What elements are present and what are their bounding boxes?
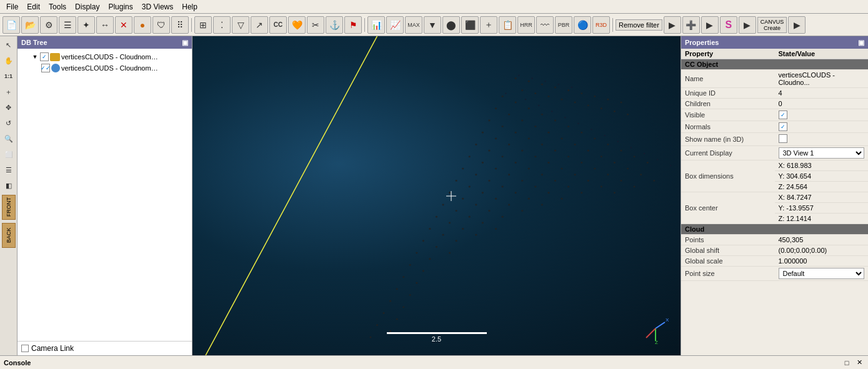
toolbar-hrr[interactable]: HRR — [517, 16, 535, 34]
toolbar-page[interactable]: 📋 — [499, 16, 516, 34]
prop-normals-value[interactable]: ✓ — [775, 121, 869, 133]
normals-checkbox[interactable]: ✓ — [779, 122, 787, 131]
menu-tools[interactable]: Tools — [45, 1, 70, 12]
currentdisplay-select[interactable]: 3D View 1 — [779, 147, 865, 159]
svg-point-58 — [508, 144, 510, 145]
svg-text:Z: Z — [655, 340, 658, 344]
toolbar-flag[interactable]: ⚑ — [344, 16, 362, 34]
toolbar-add-green[interactable]: ➕ — [682, 16, 700, 34]
canvus-btn[interactable]: CANVUSCreate — [757, 17, 787, 33]
toolbar-arrow[interactable]: ↗ — [251, 16, 268, 34]
toolbar-scatter[interactable]: ⁚ — [213, 16, 231, 34]
menubar: File Edit Tools Display Plugins 3D Views… — [0, 0, 868, 14]
row-globalscale: Global scale 1.000000 — [681, 256, 868, 267]
toolbar-settings[interactable]: ⚙ — [40, 16, 57, 34]
toolbar-grid[interactable]: ⊞ — [194, 16, 212, 34]
svg-point-142 — [577, 123, 579, 124]
menu-file[interactable]: File — [2, 1, 22, 12]
prop-showname-value[interactable] — [775, 133, 869, 146]
left-tool-rotate[interactable]: ↺ — [1, 116, 16, 130]
toolbar-anchor[interactable]: ⚓ — [326, 16, 343, 34]
tree-row-root[interactable]: ▼ verticesCLOUDS - Cloudnomesh.pl... — [20, 51, 189, 62]
menu-display[interactable]: Display — [71, 1, 103, 12]
front-label[interactable]: FRONT — [2, 195, 16, 220]
prop-currentdisplay-value[interactable]: 3D View 1 — [775, 146, 869, 160]
toolbar-wave[interactable]: 〰 — [536, 16, 554, 34]
main-layout: ↖ ✋ 1:1 ＋ ✥ ↺ 🔍 ⬜ ☰ ◧ FRONT BACK DB Tree… — [0, 36, 868, 355]
tree-check-root[interactable] — [40, 52, 49, 61]
row-visible: Visible ✓ — [681, 109, 868, 121]
menu-plugins[interactable]: Plugins — [104, 1, 136, 12]
toolbar: 📄 📂 ⚙ ☰ ✦ ↔ ✕ ● 🛡 ⠿ ⊞ ⁚ ▽ ↗ CC 🧡 ✂ ⚓ ⚑ 📊… — [0, 14, 868, 36]
scale-label: 2.5 — [432, 335, 441, 343]
remove-filter-btn[interactable]: Remove filter — [616, 19, 662, 31]
toolbar-filter[interactable]: ▽ — [232, 16, 249, 34]
left-tool-pan[interactable]: ✋ — [1, 53, 16, 68]
console-close[interactable]: ✕ — [854, 358, 864, 368]
toolbar-pbr[interactable]: PBR — [555, 16, 572, 34]
tree-row-child[interactable]: ✓ verticesCLOUDS - Cloudnomes... — [20, 62, 189, 74]
left-tool-box[interactable]: ⬜ — [1, 147, 16, 162]
pointsize-select[interactable]: Default — [779, 268, 865, 279]
toolbar-new[interactable]: 📄 — [2, 16, 20, 34]
left-tool-cursor[interactable]: ↖ — [1, 37, 16, 52]
tree-check-child[interactable]: ✓ — [41, 64, 50, 72]
toolbar-chart2[interactable]: 📈 — [386, 16, 404, 34]
toolbar-ball2[interactable]: 🔵 — [574, 16, 591, 34]
prop-globalshift-label: Global shift — [681, 245, 775, 256]
toolbar-list[interactable]: ☰ — [59, 16, 76, 34]
prop-boxdim-label: Box dimensions — [681, 160, 775, 192]
showname-checkbox[interactable] — [779, 134, 787, 143]
prop-name-label: Name — [681, 70, 775, 88]
toolbar-r3d[interactable]: R3D — [592, 16, 610, 34]
toolbar-max[interactable]: MAX — [405, 16, 422, 34]
toolbar-color[interactable]: ● — [134, 16, 151, 34]
left-tool-move[interactable]: ✥ — [1, 100, 16, 115]
svg-point-114 — [422, 240, 424, 242]
left-tool-ratio[interactable]: 1:1 — [1, 69, 16, 84]
toolbar-shield[interactable]: 🛡 — [152, 16, 170, 34]
toolbar-delete[interactable]: ✕ — [115, 16, 132, 34]
menu-edit[interactable]: Edit — [23, 1, 44, 12]
toolbar-scissors[interactable]: ✂ — [307, 16, 324, 34]
prop-visible-value[interactable]: ✓ — [775, 109, 869, 121]
left-tool-layers[interactable]: ☰ — [1, 162, 16, 177]
svg-point-23 — [554, 120, 556, 122]
prop-pointsize-value[interactable]: Default — [775, 267, 869, 281]
toolbar-open[interactable]: 📂 — [21, 16, 39, 34]
svg-point-109 — [462, 228, 464, 230]
toolbar-arrow-right4[interactable]: ▶ — [788, 16, 806, 34]
left-tool-zoom[interactable]: 🔍 — [1, 131, 16, 146]
left-tool-cube[interactable]: ◧ — [1, 178, 16, 193]
svg-point-62 — [561, 168, 562, 170]
toolbar-dots[interactable]: ⠿ — [171, 16, 189, 34]
toolbar-funnel[interactable]: ▼ — [424, 16, 441, 34]
toolbar-arrow-right2[interactable]: ▶ — [701, 16, 719, 34]
toolbar-ball[interactable]: 🧡 — [288, 16, 306, 34]
properties-maximize[interactable]: ▣ — [858, 39, 864, 47]
tree-toggle-expand[interactable]: ▼ — [31, 53, 39, 61]
toolbar-arrow-right3[interactable]: ▶ — [739, 16, 756, 34]
dbtree-maximize[interactable]: ▣ — [182, 39, 188, 47]
visible-checkbox[interactable]: ✓ — [779, 111, 787, 119]
toolbar-sphere[interactable]: ⬤ — [442, 16, 460, 34]
toolbar-select[interactable]: ✦ — [77, 16, 95, 34]
toolbar-cc[interactable]: CC — [269, 16, 287, 34]
toolbar-arrow-right[interactable]: ▶ — [664, 16, 681, 34]
left-tool-plus[interactable]: ＋ — [1, 84, 16, 99]
dbtree-footer: Camera Link — [17, 341, 192, 355]
back-label[interactable]: BACK — [2, 223, 16, 248]
toolbar-plus[interactable]: ＋ — [480, 16, 497, 34]
toolbar-s[interactable]: S — [720, 16, 737, 34]
viewport[interactable]: 2.5 X Z — [192, 36, 681, 355]
svg-point-42 — [640, 174, 642, 175]
prop-boxdim-z-val: Z: 24.564 — [775, 182, 869, 192]
menu-3dviews[interactable]: 3D Views — [138, 1, 177, 12]
menu-help[interactable]: Help — [178, 1, 201, 12]
toolbar-chart[interactable]: 📊 — [367, 16, 385, 34]
console-restore[interactable]: □ — [842, 358, 852, 368]
svg-point-124 — [409, 294, 411, 296]
camera-link-checkbox[interactable] — [21, 345, 29, 352]
toolbar-cube[interactable]: ⬛ — [461, 16, 479, 34]
toolbar-move[interactable]: ↔ — [96, 16, 114, 34]
